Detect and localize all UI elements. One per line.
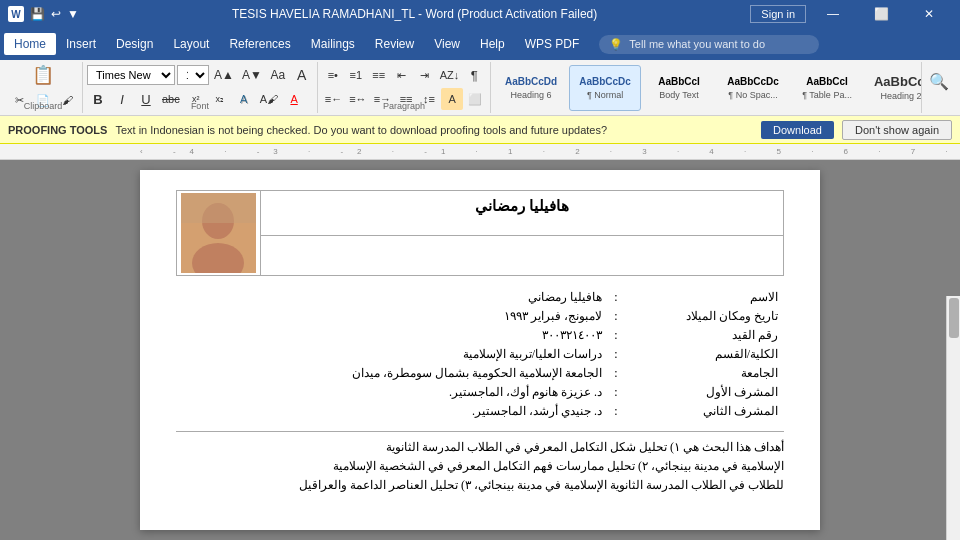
style-no-spacing-label: ¶ No Spac... — [728, 90, 777, 100]
tell-me-text: Tell me what you want to do — [629, 38, 765, 50]
ruler-content: ‹ -4 · -3 · -2 · -1 · 1 · 2 · 3 · 4 · 5 … — [0, 147, 960, 156]
quick-access-save[interactable]: 💾 — [30, 7, 45, 21]
info-row-univ: الجامعة : الجامعة الإسلامية الحكومية بشم… — [176, 364, 784, 383]
clipboard-label: Clipboard — [4, 101, 82, 111]
style-body-text-preview: AaBbCcI — [658, 76, 700, 88]
label-sup2: المشرف الثاني — [624, 402, 784, 421]
menu-item-wpspdf[interactable]: WPS PDF — [515, 33, 590, 55]
menu-item-design[interactable]: Design — [106, 33, 163, 55]
style-no-spacing-preview: AaBbCcDc — [727, 76, 779, 88]
style-heading2-label: Heading 2 — [881, 91, 922, 101]
menu-item-insert[interactable]: Insert — [56, 33, 106, 55]
multilevel-list-button[interactable]: ≡≡ — [368, 64, 390, 86]
decrease-font-button[interactable]: A▼ — [239, 64, 265, 86]
clipboard-group: 📋 ✂ 📄 🖌 Clipboard — [4, 62, 83, 113]
paragraph-label: Paragraph — [318, 101, 490, 111]
font-group: Times New Ro... 14 A▲ A▼ Aa A B I U abc … — [83, 62, 318, 113]
dont-show-again-button[interactable]: Don't show again — [842, 120, 952, 140]
svg-rect-3 — [181, 193, 256, 223]
label-birth: تاريخ ومكان الميلاد — [624, 307, 784, 326]
font-label: Font — [83, 101, 317, 111]
style-table-pa-label: ¶ Table Pa... — [802, 90, 852, 100]
quick-access-dropdown[interactable]: ▼ — [67, 7, 79, 21]
label-id: رقم القيد — [624, 326, 784, 345]
info-row-id: رقم القيد : ٣٠٠٣٢١٤٠٠٣ — [176, 326, 784, 345]
title-bar-right: Sign in — ⬜ ✕ — [750, 3, 952, 25]
tell-me-box[interactable]: 💡 Tell me what you want to do — [599, 35, 819, 54]
main-content: هافيليا رمضاني الاسم : هافيليا رمضاني — [0, 160, 960, 540]
style-normal[interactable]: AaBbCcDc ¶ Normal — [569, 65, 641, 111]
style-body-text[interactable]: AaBbCcI Body Text — [643, 65, 715, 111]
window-title: TESIS HAVELIA RAMADHANI_TL - Word (Produ… — [79, 7, 750, 21]
sign-in-button[interactable]: Sign in — [750, 5, 806, 23]
notification-text: Text in Indonesian is not being checked.… — [115, 124, 753, 136]
ruler: ‹ -4 · -3 · -2 · -1 · 1 · 2 · 3 · 4 · 5 … — [0, 144, 960, 160]
menu-item-view[interactable]: View — [424, 33, 470, 55]
menu-bar: Home Insert Design Layout References Mai… — [0, 28, 960, 60]
value-sup2: د. جنيدي أرشد، الماجستير. — [176, 402, 608, 421]
scroll-thumb[interactable] — [949, 298, 959, 338]
abstract-line-2: الإسلامية في مدينة بينجائي، ٢) تحليل مما… — [333, 459, 784, 473]
increase-indent-button[interactable]: ⇥ — [414, 64, 436, 86]
title-bar: W 💾 ↩ ▼ TESIS HAVELIA RAMADHANI_TL - Wor… — [0, 0, 960, 28]
style-normal-preview: AaBbCcDc — [579, 76, 631, 88]
value-name: هافيليا رمضاني — [176, 288, 608, 307]
info-row-sup1: المشرف الأول : د. عزيزة هانوم أوك، الماج… — [176, 383, 784, 402]
menu-item-home[interactable]: Home — [4, 33, 56, 55]
value-sup1: د. عزيزة هانوم أوك، الماجستير. — [176, 383, 608, 402]
menu-item-references[interactable]: References — [219, 33, 300, 55]
menu-item-review[interactable]: Review — [365, 33, 424, 55]
menu-item-layout[interactable]: Layout — [163, 33, 219, 55]
style-heading6[interactable]: AaBbCcDd Heading 6 — [495, 65, 567, 111]
search-button[interactable]: 🔍 — [926, 71, 952, 93]
info-row-sup2: المشرف الثاني : د. جنيدي أرشد، الماجستير… — [176, 402, 784, 421]
abstract-text: أهداف هذا البحث هي ١) تحليل شكل التكامل … — [176, 438, 784, 496]
scrollbar-vertical[interactable] — [946, 296, 960, 540]
style-table-pa[interactable]: AaBbCcI ¶ Table Pa... — [791, 65, 863, 111]
label-sup1: المشرف الأول — [624, 383, 784, 402]
change-case-button[interactable]: Aa — [267, 64, 289, 86]
clear-format-button[interactable]: A — [291, 64, 313, 86]
document-area[interactable]: هافيليا رمضاني الاسم : هافيليا رمضاني — [0, 160, 960, 540]
increase-font-button[interactable]: A▲ — [211, 64, 237, 86]
style-no-spacing[interactable]: AaBbCcDc ¶ No Spac... — [717, 65, 789, 111]
bullets-button[interactable]: ≡• — [322, 64, 344, 86]
info-row-birth: تاريخ ومكان الميلاد : لامبونج، فبراير ١٩… — [176, 307, 784, 326]
styles-group: AaBbCcDd Heading 6 AaBbCcDc ¶ Normal AaB… — [491, 62, 922, 113]
toolbar: 📋 ✂ 📄 🖌 Clipboard Times New Ro... 14 A▲ … — [0, 60, 960, 116]
abstract-line-3: للطلاب في الطلاب المدرسة الثانوية الإسلا… — [299, 478, 784, 492]
style-heading6-preview: AaBbCcDd — [505, 76, 557, 88]
label-univ: الجامعة — [624, 364, 784, 383]
menu-item-help[interactable]: Help — [470, 33, 515, 55]
style-heading2[interactable]: AaBbCcI Heading 2 — [865, 65, 922, 111]
menu-item-mailings[interactable]: Mailings — [301, 33, 365, 55]
decrease-indent-button[interactable]: ⇤ — [391, 64, 413, 86]
font-size-select[interactable]: 14 — [177, 65, 209, 85]
numbering-button[interactable]: ≡1 — [345, 64, 367, 86]
close-button[interactable]: ✕ — [906, 3, 952, 25]
main-layout: هافيليا رمضاني الاسم : هافيليا رمضاني — [0, 160, 960, 540]
download-button[interactable]: Download — [761, 121, 834, 139]
minimize-button[interactable]: — — [810, 3, 856, 25]
abstract-line-1: أهداف هذا البحث هي ١) تحليل شكل التكامل … — [386, 440, 784, 454]
style-heading2-preview: AaBbCcI — [874, 74, 922, 90]
info-table: الاسم : هافيليا رمضاني تاريخ ومكان الميل… — [176, 288, 784, 421]
info-row-dept: الكلية/القسم : دراسات العليا/تربية الإسل… — [176, 345, 784, 364]
sort-button[interactable]: AZ↓ — [437, 64, 463, 86]
style-normal-label: ¶ Normal — [587, 90, 623, 100]
name-header-cell: هافيليا رمضاني — [261, 191, 784, 236]
paste-button[interactable]: 📋 — [29, 64, 57, 86]
style-body-text-label: Body Text — [659, 90, 698, 100]
font-name-select[interactable]: Times New Ro... — [87, 65, 175, 85]
quick-access-undo[interactable]: ↩ — [51, 7, 61, 21]
empty-cell — [261, 236, 784, 276]
notification-bar: PROOFING TOOLS Text in Indonesian is not… — [0, 116, 960, 144]
maximize-button[interactable]: ⬜ — [858, 3, 904, 25]
style-table-pa-preview: AaBbCcI — [806, 76, 848, 88]
show-formatting-button[interactable]: ¶ — [463, 64, 485, 86]
notification-label: PROOFING TOOLS — [8, 124, 107, 136]
photo-cell — [177, 191, 261, 276]
lightbulb-icon: 💡 — [609, 38, 623, 51]
info-row-name: الاسم : هافيليا رمضاني — [176, 288, 784, 307]
window-controls: — ⬜ ✕ — [810, 3, 952, 25]
